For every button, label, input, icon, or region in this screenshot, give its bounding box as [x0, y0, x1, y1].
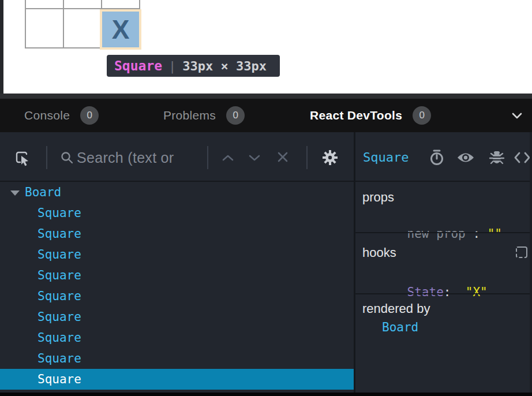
clear-search-button[interactable]	[275, 149, 291, 165]
tree-item-label: Square	[38, 372, 81, 386]
size-tooltip: Square | 33px × 33px	[107, 55, 280, 77]
board-cell[interactable]	[64, 9, 101, 47]
tree-row-square[interactable]: Square	[0, 348, 354, 369]
toolbar-divider	[306, 146, 308, 169]
tab-label: React DevTools	[310, 109, 402, 122]
hook-name: State	[407, 285, 444, 299]
tab-label: Problems	[163, 109, 216, 122]
prop-separator: :	[466, 227, 488, 241]
tree-row-square[interactable]: Square	[0, 223, 354, 244]
new-prop-value[interactable]: ""	[488, 227, 502, 241]
search-icon	[59, 150, 74, 165]
view-source-button[interactable]	[513, 150, 531, 165]
section-divider	[355, 293, 532, 294]
tree-row-square-selected[interactable]: Square	[0, 369, 354, 390]
tree-row-square[interactable]: Square	[0, 286, 354, 307]
selected-square-highlight[interactable]: X	[102, 12, 139, 47]
chevron-up-icon	[222, 154, 234, 162]
props-section-title: props	[362, 189, 394, 205]
tooltip-component-name: Square	[114, 58, 162, 73]
devtools-window: X Square | 33px × 33px Console 0 Problem…	[0, 0, 532, 396]
suspend-toggle-button[interactable]	[428, 149, 445, 166]
tree-item-label: Square	[38, 352, 81, 365]
tree-item-label: Square	[38, 227, 81, 241]
expander-triangle-icon[interactable]	[10, 190, 20, 196]
inspect-dom-button[interactable]	[456, 150, 475, 166]
dashed-square-icon[interactable]	[516, 246, 527, 258]
tree-row-square[interactable]: Square	[0, 307, 354, 327]
tab-label: Console	[24, 109, 70, 122]
tree-item-label: Square	[38, 289, 81, 303]
tree-row-square[interactable]: Square	[0, 203, 354, 223]
grid-line	[25, 0, 26, 48]
tab-problems[interactable]: Problems 0	[163, 99, 245, 132]
gear-icon	[321, 149, 339, 166]
toolbar-divider	[46, 146, 47, 169]
select-cursor-icon	[14, 150, 31, 167]
tree-item-label: Square	[38, 331, 81, 345]
components-tree: Board Square Square Square Square Square…	[0, 182, 354, 393]
tree-row-board[interactable]: Board	[0, 182, 354, 203]
tree-item-label: Board	[25, 185, 61, 199]
tab-react-devtools[interactable]: React DevTools 0	[310, 99, 431, 132]
devtools-top-edge	[0, 94, 532, 99]
chevron-down-icon	[248, 154, 261, 162]
bug-icon	[489, 149, 505, 166]
square-value: X	[112, 14, 130, 45]
section-divider	[355, 232, 532, 233]
tab-console[interactable]: Console 0	[24, 99, 99, 132]
eye-icon	[456, 150, 475, 165]
grid-line	[63, 0, 64, 48]
panel-splitter[interactable]	[354, 132, 355, 393]
grid-line	[25, 8, 140, 9]
hook-separator: :	[444, 285, 451, 299]
previous-result-button[interactable]	[220, 151, 235, 164]
devtools-tabbar: Console 0 Problems 0 React DevTools 0	[0, 99, 532, 132]
new-prop-row[interactable]: new prop : ""	[378, 211, 502, 257]
tab-badge: 0	[413, 106, 431, 125]
panel-right-edge	[530, 132, 532, 393]
inspect-element-button[interactable]	[13, 149, 32, 167]
tree-row-square[interactable]: Square	[0, 244, 354, 265]
panel-collapse-button[interactable]	[510, 109, 524, 122]
next-result-button[interactable]	[247, 151, 262, 164]
tree-row-square[interactable]: Square	[0, 327, 354, 348]
rendered-by-section-title: rendered by	[362, 301, 430, 316]
code-brackets-icon	[514, 151, 531, 165]
grid-line	[25, 47, 140, 48]
tab-badge: 0	[80, 106, 99, 125]
tooltip-dimensions: 33px × 33px	[182, 59, 267, 73]
grid-line	[139, 0, 140, 48]
state-hook-value[interactable]: "X"	[466, 285, 488, 299]
page-viewport: X Square | 33px × 33px	[0, 0, 532, 94]
tab-badge: 0	[226, 106, 245, 125]
tree-item-label: Square	[38, 206, 81, 220]
window-bottom-edge	[0, 393, 532, 396]
log-to-console-button[interactable]	[488, 149, 505, 166]
close-icon	[276, 151, 289, 163]
board-cell[interactable]	[26, 9, 63, 47]
tree-item-label: Square	[38, 248, 81, 261]
details-component-title: Square	[363, 150, 409, 165]
tree-row-square[interactable]: Square	[0, 265, 354, 286]
rendered-by-board-link[interactable]: Board	[382, 320, 418, 335]
chevron-down-icon	[512, 113, 522, 119]
hooks-section-title: hooks	[362, 245, 396, 260]
new-prop-placeholder[interactable]: new prop	[407, 227, 466, 241]
tooltip-divider: |	[168, 59, 176, 73]
tree-item-label: Square	[38, 310, 81, 324]
search-input[interactable]	[77, 147, 203, 168]
tree-item-label: Square	[38, 268, 81, 282]
toolbar-divider	[207, 146, 208, 169]
window-left-edge	[0, 0, 3, 94]
stopwatch-icon	[429, 149, 445, 166]
settings-button[interactable]	[321, 148, 339, 167]
